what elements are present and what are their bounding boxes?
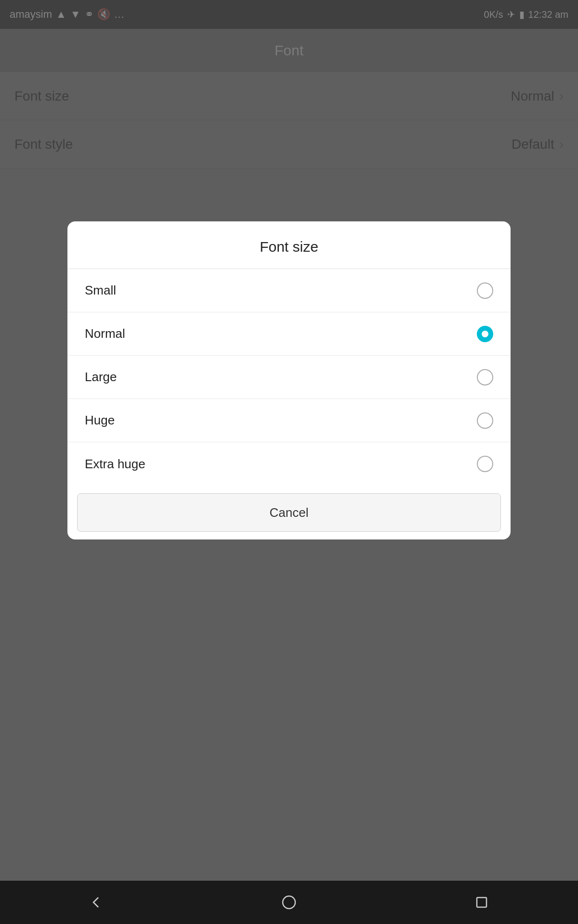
svg-rect-1: [477, 898, 486, 907]
option-normal-radio: [477, 326, 493, 342]
svg-point-0: [283, 896, 295, 909]
option-huge[interactable]: Huge: [67, 399, 511, 442]
dialog-options: Small Normal Large Huge Extra huge: [67, 269, 511, 486]
back-button[interactable]: [84, 890, 108, 914]
option-normal-label: Normal: [85, 326, 125, 341]
option-huge-label: Huge: [85, 413, 115, 428]
option-normal[interactable]: Normal: [67, 312, 511, 356]
navigation-bar: [0, 881, 578, 924]
option-large[interactable]: Large: [67, 356, 511, 399]
font-size-dialog: Font size Small Normal Large Huge Extra …: [67, 221, 511, 539]
option-large-label: Large: [85, 370, 117, 385]
home-button[interactable]: [277, 890, 301, 914]
recents-button[interactable]: [470, 890, 494, 914]
option-huge-radio: [477, 412, 493, 429]
option-extra-huge-label: Extra huge: [85, 457, 145, 472]
option-extra-huge[interactable]: Extra huge: [67, 442, 511, 486]
option-small-radio: [477, 282, 493, 299]
cancel-button[interactable]: Cancel: [77, 493, 501, 532]
option-extra-huge-radio: [477, 456, 493, 472]
option-small[interactable]: Small: [67, 269, 511, 312]
recents-icon: [473, 894, 490, 911]
dialog-title: Font size: [67, 221, 511, 269]
option-small-label: Small: [85, 283, 116, 298]
home-icon: [280, 894, 298, 911]
option-large-radio: [477, 369, 493, 385]
back-icon: [88, 894, 105, 911]
